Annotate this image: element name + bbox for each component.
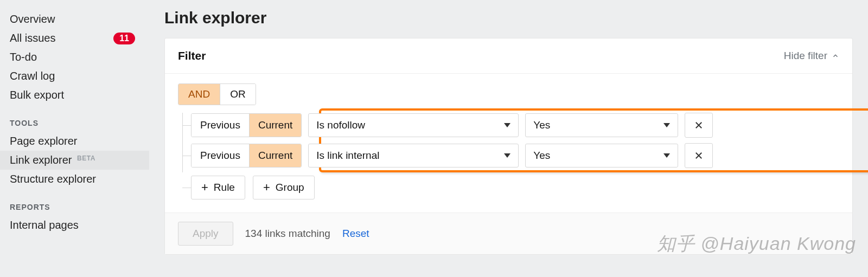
rule-field-value: Is link internal (316, 150, 379, 162)
add-group-label: Group (276, 182, 304, 194)
crawl-current-button[interactable]: Current (249, 144, 301, 167)
sidebar: Overview All issues 11 To-do Crawl log B… (0, 0, 149, 277)
main: Link explorer Filter Hide filter AND OR (149, 0, 868, 277)
filter-title: Filter (178, 49, 206, 62)
issues-count-badge: 11 (113, 33, 135, 44)
sidebar-item-label: Page explorer (10, 135, 78, 147)
crawl-current-button[interactable]: Current (249, 114, 301, 137)
remove-rule-button[interactable] (685, 113, 713, 138)
sidebar-item-crawl-log[interactable]: Crawl log (0, 67, 149, 86)
filter-footer: Apply 134 links matching Reset (165, 212, 852, 254)
add-rule-button[interactable]: + Rule (191, 176, 245, 199)
filter-body: AND OR Previous Current (165, 74, 852, 212)
rule-tree-line (182, 113, 183, 172)
sidebar-item-all-issues[interactable]: All issues 11 (0, 29, 149, 48)
filter-card: Filter Hide filter AND OR (164, 38, 853, 255)
matching-count: 134 links matching (245, 228, 330, 240)
sidebar-item-link-explorer[interactable]: Link explorer BETA (0, 151, 149, 170)
caret-down-icon (504, 153, 510, 158)
sidebar-item-label: Overview (10, 13, 55, 25)
apply-button[interactable]: Apply (178, 222, 233, 246)
crawl-toggle: Previous Current (191, 144, 302, 168)
sidebar-item-overview[interactable]: Overview (0, 10, 149, 29)
rule-field-select[interactable]: Is link internal (308, 144, 519, 168)
filter-rule-row: Previous Current Is nofollow Yes (191, 113, 839, 138)
crawl-previous-button[interactable]: Previous (192, 144, 249, 167)
chevron-up-icon (832, 52, 839, 60)
add-row: + Rule + Group (191, 176, 839, 199)
filter-rule-row: Previous Current Is link internal Yes (191, 143, 839, 168)
remove-rule-button[interactable] (685, 143, 713, 168)
sidebar-item-label: Structure explorer (10, 173, 96, 185)
rule-field-value: Is nofollow (316, 119, 365, 131)
sidebar-section-tools: TOOLS (0, 105, 149, 132)
add-group-button[interactable]: + Group (253, 176, 315, 199)
rule-field-select[interactable]: Is nofollow (308, 113, 519, 137)
logic-or-button[interactable]: OR (220, 84, 256, 105)
close-icon (694, 151, 704, 160)
sidebar-item-label: Crawl log (10, 70, 55, 82)
sidebar-item-label: Internal pages (10, 219, 79, 231)
sidebar-item-label: Bulk export (10, 89, 64, 101)
reset-link[interactable]: Reset (342, 228, 369, 240)
sidebar-item-bulk-export[interactable]: Bulk export (0, 86, 149, 105)
sidebar-item-page-explorer[interactable]: Page explorer (0, 132, 149, 151)
sidebar-item-todo[interactable]: To-do (0, 48, 149, 67)
rule-value-select[interactable]: Yes (525, 113, 678, 137)
sidebar-item-label: To-do (10, 51, 37, 63)
close-icon (694, 120, 704, 130)
rule-value-select[interactable]: Yes (525, 144, 678, 168)
filter-header: Filter Hide filter (165, 38, 852, 74)
filter-rules: Previous Current Is nofollow Yes (191, 113, 839, 199)
rule-value-text: Yes (533, 119, 550, 131)
hide-filter-label: Hide filter (784, 50, 827, 62)
crawl-previous-button[interactable]: Previous (192, 114, 249, 137)
rule-value-text: Yes (533, 150, 550, 162)
logic-and-button[interactable]: AND (178, 84, 220, 105)
sidebar-item-label: Link explorer (10, 154, 72, 166)
crawl-toggle: Previous Current (191, 113, 302, 137)
add-rule-label: Rule (214, 182, 235, 194)
hide-filter-toggle[interactable]: Hide filter (784, 50, 839, 62)
sidebar-section-reports: REPORTS (0, 189, 149, 216)
beta-badge: BETA (77, 154, 95, 162)
caret-down-icon (663, 153, 670, 158)
caret-down-icon (504, 123, 510, 127)
sidebar-item-internal-pages[interactable]: Internal pages (0, 216, 149, 235)
sidebar-item-label: All issues (10, 32, 55, 44)
page-title: Link explorer (164, 9, 853, 27)
logic-toggle: AND OR (178, 83, 256, 105)
caret-down-icon (663, 123, 670, 127)
sidebar-item-structure-explorer[interactable]: Structure explorer (0, 170, 149, 189)
